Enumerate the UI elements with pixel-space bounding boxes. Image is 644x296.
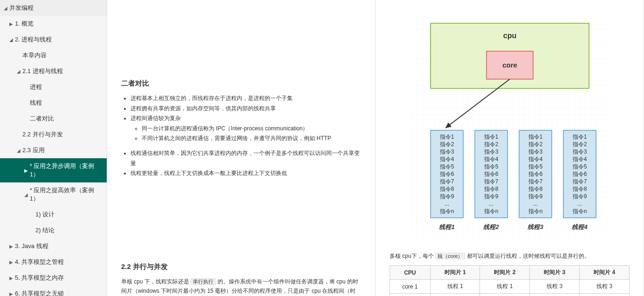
heading-compare: 二者对比 <box>121 79 361 88</box>
svg-text:指令9: 指令9 <box>483 193 498 200</box>
sidebar-item[interactable]: ▶4. 共享模型之管程 <box>0 254 107 270</box>
sidebar-item-label: 6. 共享模型之无锁 <box>15 289 64 296</box>
sidebar-item[interactable]: ▶1. 概览 <box>0 16 107 32</box>
sidebar-item[interactable]: 2) 结论 <box>0 222 107 238</box>
sidebar-item-label: 2. 进程与线程 <box>15 35 52 44</box>
sidebar-item[interactable]: ◢* 应用之提高效率（案例1） <box>0 182 107 207</box>
svg-text:指令5: 指令5 <box>572 163 587 170</box>
svg-text:指令4: 指令4 <box>528 156 542 162</box>
sidebar-item-label: 3. Java 线程 <box>15 242 48 250</box>
caret-icon: ◢ <box>4 6 9 11</box>
list-item: 线程更轻量，线程上下文切换成本一般上要比进程上下文切换低 <box>130 168 361 179</box>
table-header: CPU <box>390 266 431 280</box>
sidebar-item[interactable]: ◢2. 进程与线程 <box>0 32 107 47</box>
paragraph-multicore: 多核 cpu下，每个 核（core） 都可以调度运行线程，这时候线程可以是并行的… <box>390 251 630 261</box>
sidebar: ◢ 并发编程 ▶1. 概览◢2. 进程与线程本章内容◢2.1 进程与线程进程线程… <box>0 0 107 296</box>
svg-text:指令6: 指令6 <box>572 171 587 177</box>
svg-text:线程4: 线程4 <box>571 223 588 230</box>
sidebar-item-label: 2) 结论 <box>35 226 55 235</box>
list-item: 线程通信相对简单，因为它们共享进程内的内存，一个例子是多个线程可以访问同一个共享… <box>130 148 361 168</box>
svg-text:指令2: 指令2 <box>439 141 454 148</box>
svg-text:指令n: 指令n <box>483 208 498 215</box>
svg-text:指令8: 指令8 <box>483 186 498 192</box>
svg-text:指令7: 指令7 <box>572 178 587 185</box>
table-header: 时间片 3 <box>530 266 580 280</box>
list-item: 进程间通信较为复杂 同一台计算机的进程通信称为 IPC（Inter-proces… <box>130 114 361 144</box>
caret-icon: ▶ <box>9 244 15 249</box>
table-cell: 线程 1 <box>430 280 480 294</box>
table-cell: 线程 4 <box>580 294 630 296</box>
sidebar-item-label: 线程 <box>30 99 42 107</box>
sidebar-item-label: 2.1 进程与线程 <box>22 67 63 75</box>
list-item: 同一台计算机的进程通信称为 IPC（Inter-process communic… <box>142 124 361 134</box>
sidebar-item[interactable]: ▶* 应用之异步调用（案例1） <box>0 158 107 182</box>
sidebar-root[interactable]: ◢ 并发编程 <box>0 0 107 16</box>
table-timeslice-multi: CPU时间片 1时间片 2时间片 3时间片 4 core 1线程 1线程 1线程… <box>390 265 630 296</box>
sidebar-item[interactable]: 进程 <box>0 79 107 95</box>
sidebar-item[interactable]: 线程 <box>0 95 107 111</box>
caret-icon: ◢ <box>17 69 22 74</box>
sidebar-root-label: 并发编程 <box>9 4 34 12</box>
sidebar-item[interactable]: ▶6. 共享模型之无锁 <box>0 286 107 296</box>
table-header: 时间片 4 <box>580 266 630 280</box>
page-right: cpu core 指令1指令2指令3指令4指令5指令6指令7指令8指令9...指… <box>376 0 644 296</box>
sidebar-item[interactable]: ▶3. Java 线程 <box>0 238 107 254</box>
sidebar-item-label: 进程 <box>30 83 42 91</box>
heading-22: 2.2 并行与并发 <box>121 262 361 271</box>
svg-text:指令9: 指令9 <box>439 193 454 200</box>
svg-text:指令9: 指令9 <box>528 193 542 200</box>
sidebar-item[interactable]: 二者对比 <box>0 111 107 127</box>
table-cell: core 1 <box>390 280 431 294</box>
sidebar-item[interactable]: 本章内容 <box>0 47 107 63</box>
svg-text:指令4: 指令4 <box>572 156 587 162</box>
list-item: 不同计算机之间的进程通信，需要通过网络，并遵守共同的协议，例如 HTTP <box>142 134 361 144</box>
content-area: 二者对比 进程基本上相互独立的，而线程存在于进程内，是进程的一个子集 进程拥有共… <box>107 0 644 296</box>
svg-text:指令1: 指令1 <box>528 134 542 140</box>
svg-text:指令7: 指令7 <box>483 178 498 185</box>
svg-text:线程2: 线程2 <box>483 223 499 230</box>
sidebar-item-label: * 应用之提高效率（案例1） <box>30 186 102 203</box>
bullet-list: 进程基本上相互独立的，而线程存在于进程内，是进程的一个子集 进程拥有共享的资源，… <box>130 94 361 179</box>
table-cell: 线程 3 <box>530 280 580 294</box>
svg-text:指令1: 指令1 <box>483 134 498 140</box>
svg-text:指令n: 指令n <box>439 208 454 215</box>
svg-text:指令3: 指令3 <box>528 148 542 155</box>
list-item: 进程基本上相互独立的，而线程存在于进程内，是进程的一个子集 <box>130 94 361 104</box>
caret-icon: ◢ <box>24 192 30 197</box>
sidebar-item[interactable]: 2.2 并行与并发 <box>0 127 107 142</box>
svg-text:指令4: 指令4 <box>483 156 498 162</box>
paragraph: 单核 cpu 下，线程实际还是 串行执行 的。操作系统中有一个组件叫做任务调度器… <box>121 277 361 296</box>
sidebar-item-label: 2.2 并行与并发 <box>22 130 63 139</box>
svg-text:线程1: 线程1 <box>438 223 454 230</box>
caret-icon: ▶ <box>9 291 15 296</box>
cpu-core-diagram: cpu core 指令1指令2指令3指令4指令5指令6指令7指令8指令9...指… <box>390 19 630 242</box>
code-inline: 串行执行 <box>191 278 216 285</box>
table-row: core 2线程 2线程 4线程 2线程 4 <box>390 294 630 296</box>
caret-icon: ▶ <box>9 276 15 281</box>
sidebar-item[interactable]: ▶5. 共享模型之内存 <box>0 270 107 286</box>
table-cell: 线程 2 <box>430 294 480 296</box>
sidebar-item-label: 二者对比 <box>30 114 54 123</box>
sidebar-item[interactable]: 1) 设计 <box>0 207 107 222</box>
svg-text:指令6: 指令6 <box>439 171 454 177</box>
table-cell: 线程 4 <box>480 294 530 296</box>
code-inline: 核（core） <box>435 253 465 259</box>
sidebar-item[interactable]: ◢2.3 应用 <box>0 142 107 158</box>
sidebar-item-label: 4. 共享模型之管程 <box>15 258 64 266</box>
svg-text:指令6: 指令6 <box>483 171 498 177</box>
svg-text:指令n: 指令n <box>528 208 542 215</box>
sidebar-item-label: 2.3 应用 <box>22 146 45 155</box>
cpu-label: cpu <box>503 32 516 40</box>
sidebar-item-label: * 应用之异步调用（案例1） <box>30 162 102 179</box>
caret-icon: ▶ <box>9 21 15 27</box>
svg-text:指令9: 指令9 <box>572 193 587 200</box>
svg-text:指令n: 指令n <box>572 208 587 215</box>
svg-text:指令4: 指令4 <box>439 156 454 162</box>
table-header: 时间片 2 <box>480 266 530 280</box>
table-header: 时间片 1 <box>430 266 480 280</box>
sidebar-item[interactable]: ◢2.1 进程与线程 <box>0 63 107 79</box>
svg-text:指令8: 指令8 <box>572 186 587 192</box>
svg-text:指令3: 指令3 <box>439 148 454 155</box>
svg-text:指令3: 指令3 <box>483 148 498 155</box>
svg-text:...: ... <box>533 201 537 207</box>
